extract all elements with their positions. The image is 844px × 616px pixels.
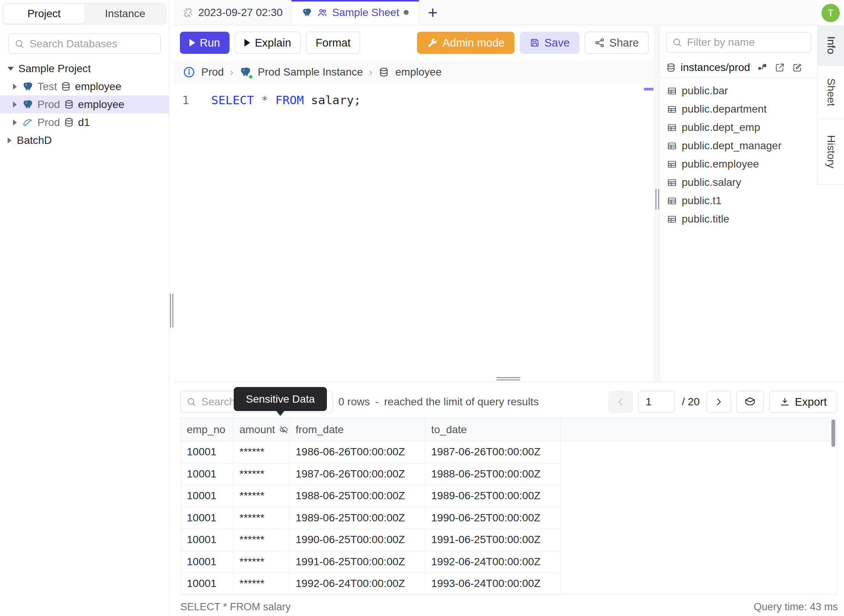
column-header[interactable]: from_date [289, 418, 425, 441]
chevron-right-icon [714, 397, 724, 407]
share-button[interactable]: Share [585, 32, 648, 54]
table-filter-input[interactable] [687, 36, 805, 48]
admin-mode-button[interactable]: Admin mode [417, 32, 514, 54]
table-name: public.bar [682, 85, 728, 97]
format-button[interactable]: Format [306, 32, 360, 54]
info-icon[interactable] [183, 66, 195, 78]
export-button[interactable]: Export [769, 391, 837, 413]
resize-handle-right-sidebar[interactable] [655, 189, 660, 210]
column-header-filler [561, 418, 837, 441]
page-number-input[interactable] [638, 391, 675, 413]
download-icon [779, 397, 790, 407]
eye-off-icon [279, 425, 289, 435]
chevron-left-icon [616, 397, 626, 407]
cell-emp-no: 10001 [181, 507, 233, 529]
table-list-item[interactable]: public.title [661, 210, 817, 228]
row-count: 0 rows [338, 396, 370, 408]
breadcrumb-environment[interactable]: Prod [201, 66, 224, 78]
table-row[interactable]: 10001 ****** 1987-06-26T00:00:00Z 1988-0… [181, 463, 561, 485]
cell-from-date: 1992-06-24T00:00:00Z [289, 573, 425, 595]
table-icon [667, 214, 677, 224]
team-icon [317, 7, 328, 18]
rows-info: 0 rows - reached the limit of query resu… [338, 396, 538, 408]
breadcrumb-instance[interactable]: Prod Sample Instance [258, 66, 363, 78]
new-tab-button[interactable]: + [419, 0, 446, 25]
table-row[interactable]: 10001 ****** 1991-06-25T00:00:00Z 1992-0… [181, 551, 561, 573]
tab-info[interactable]: Info [817, 25, 844, 66]
table-list-item[interactable]: public.dept_manager [661, 137, 817, 155]
table-list-item[interactable]: public.bar [661, 82, 817, 100]
postgres-icon [22, 99, 34, 110]
table-list-item[interactable]: public.dept_emp [661, 118, 817, 137]
tab-project[interactable]: Project [3, 4, 85, 24]
editor-toolbar: Run Explain Format Admin mode Save Share [174, 25, 654, 60]
table-list-item[interactable]: public.salary [661, 173, 817, 192]
caret-right-icon [13, 102, 17, 108]
table-row[interactable]: 10001 ****** 1992-06-24T00:00:00Z 1993-0… [181, 573, 561, 595]
tree-item-prod-employee[interactable]: Prod employee [0, 95, 169, 113]
column-header[interactable]: emp_no [181, 418, 233, 441]
breadcrumb-database[interactable]: employee [395, 66, 441, 78]
executed-query: SELECT * FROM salary [180, 601, 291, 613]
play-icon [244, 39, 250, 47]
cell-to-date: 1992-06-24T00:00:00Z [425, 551, 561, 573]
sql-editor[interactable]: 1 SELECT * FROM salary; [174, 84, 654, 382]
table-row[interactable]: 10001 ****** 1989-06-25T00:00:00Z 1990-0… [181, 507, 561, 529]
database-search-input[interactable] [29, 38, 155, 50]
prev-page-button[interactable] [608, 391, 633, 413]
results-status-bar: SELECT * FROM salary Query time: 43 ms [180, 601, 838, 613]
table-list-item[interactable]: public.t1 [661, 192, 817, 210]
table-row[interactable]: 10001 ****** 1986-06-26T00:00:00Z 1987-0… [181, 441, 561, 463]
database-icon [666, 63, 676, 73]
table-row[interactable]: 10001 ****** 1990-06-25T00:00:00Z 1991-0… [181, 529, 561, 551]
next-page-button[interactable] [707, 391, 731, 413]
tab-instance[interactable]: Instance [85, 4, 166, 24]
table-icon [667, 86, 677, 96]
tab-history[interactable]: History [817, 119, 844, 185]
table-scrollbar[interactable] [831, 419, 835, 447]
tab-sheet[interactable]: Sheet [817, 66, 844, 119]
run-button[interactable]: Run [180, 32, 230, 54]
sheet-tab-bar: 2023-09-27 02:30 Sample Sheet + [174, 0, 817, 25]
postgres-icon [239, 66, 252, 78]
edit-icon[interactable] [792, 62, 803, 73]
data-masking-button[interactable] [736, 391, 764, 413]
save-icon [529, 37, 540, 48]
cell-amount-masked: ****** [233, 551, 289, 573]
tab-sample-sheet[interactable]: Sample Sheet [291, 0, 419, 25]
tree-item-test-employee[interactable]: Test employee [0, 77, 169, 95]
cell-amount-masked: ****** [233, 485, 289, 507]
postgres-icon [22, 81, 34, 92]
sql-keyword: FROM [275, 93, 304, 107]
resize-handle-left-sidebar[interactable] [170, 294, 173, 327]
tree-item-prod-d1[interactable]: Prod d1 [0, 113, 169, 131]
unsaved-dot [404, 10, 409, 15]
cell-to-date: 1990-06-25T00:00:00Z [425, 507, 561, 529]
tree-item-batchd[interactable]: BatchD [0, 131, 169, 149]
explain-button[interactable]: Explain [235, 32, 301, 54]
table-icon [667, 177, 677, 188]
table-filter [666, 32, 811, 53]
table-list-item[interactable]: public.department [661, 100, 817, 118]
tree-item-sample-project[interactable]: Sample Project [0, 60, 169, 77]
column-header[interactable]: to_date [425, 418, 561, 441]
mysql-icon [22, 117, 34, 128]
save-button[interactable]: Save [520, 32, 579, 54]
limit-note: reached the limit of query results [384, 396, 539, 408]
table-row[interactable]: 10001 ****** 1988-06-25T00:00:00Z 1989-0… [181, 485, 561, 507]
resize-handle-results[interactable] [496, 377, 520, 381]
tab-adhoc-sheet[interactable]: 2023-09-27 02:30 [174, 0, 291, 25]
cell-emp-no: 10001 [181, 551, 233, 573]
search-icon [672, 37, 682, 48]
table-list-item[interactable]: public.employee [661, 155, 817, 173]
column-header-masked[interactable]: amount [233, 418, 289, 441]
avatar[interactable]: T [821, 4, 840, 22]
external-link-icon[interactable] [774, 62, 785, 73]
query-time: Query time: 43 ms [753, 601, 838, 613]
instance-path: instances/prod [681, 61, 750, 74]
sensitive-data-tooltip: Sensitive Data [234, 387, 327, 411]
connection-status-dot [248, 74, 253, 79]
results-panel: 0 rows - reached the limit of query resu… [174, 382, 844, 616]
schema-diagram-icon[interactable] [757, 62, 768, 73]
cell-to-date: 1987-06-26T00:00:00Z [425, 441, 561, 463]
